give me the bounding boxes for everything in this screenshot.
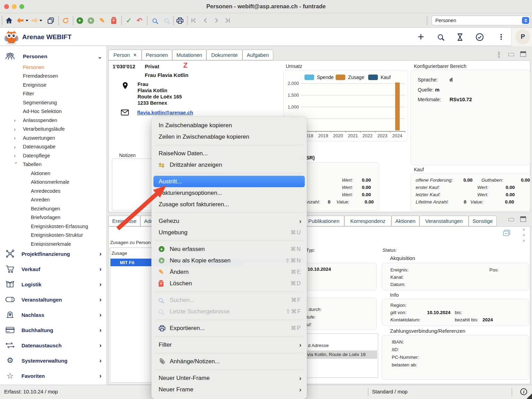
info-icon[interactable]: i [520, 388, 527, 395]
menu-separator [155, 292, 303, 292]
sidebar-item-verarbeitungslaeufe[interactable]: ›Verarbeitungsläufe [0, 125, 106, 134]
forward-button[interactable] [31, 13, 38, 28]
panel-options-icon[interactable] [498, 51, 500, 58]
sidebar-item-aktionsmerkmale[interactable]: Aktionsmerkmale [0, 178, 106, 187]
tab-personen[interactable]: Personen [142, 50, 172, 60]
next-record-button[interactable] [213, 13, 220, 28]
back-history-dropdown[interactable] [25, 13, 29, 28]
tab-mutationen[interactable]: Mutationen [172, 50, 206, 60]
tab-person[interactable]: Person × [108, 50, 142, 60]
more-options-button[interactable] [497, 28, 506, 46]
email-link[interactable]: flavia.kotlin@arenae.ch [137, 110, 193, 115]
sidebar-item-ereigniskosten-erfassung[interactable]: Ereigniskosten-Erfassung [0, 222, 106, 231]
context-select[interactable]: Personen [432, 16, 531, 25]
bottom-options-icon[interactable] [523, 228, 525, 242]
tasks-button[interactable] [475, 28, 484, 46]
bottom-panel-maximize-icon[interactable] [520, 216, 526, 222]
menu-item-anhaenge-notizen[interactable]: Anhänge/Notizen... [151, 356, 307, 367]
delete-button[interactable] [110, 13, 117, 28]
sidebar-item-ereignismerkmale[interactable]: Ereignismerkmale [0, 240, 106, 246]
menu-item-letzte-suchergebnisse[interactable]: Letzte Suchergebnisse⇧⌘F [151, 306, 307, 317]
sidebar-section-verkauf[interactable]: Verkauf› [0, 261, 106, 277]
edit-button[interactable]: ✎ [99, 13, 106, 28]
sidebar-item-anreden[interactable]: Anreden [0, 196, 106, 205]
sidebar-section-logistik[interactable]: Logistik› [0, 277, 106, 292]
last-record-button[interactable] [224, 13, 231, 28]
undo-button[interactable]: ↶ [136, 13, 143, 28]
search-person-button[interactable] [163, 13, 170, 28]
menu-item-loeschen[interactable]: Löschen⌘D [151, 278, 307, 289]
tab-publikationen[interactable]: Publikationen [303, 216, 344, 226]
add-button[interactable]: + [416, 28, 425, 46]
tab-veranstaltungen[interactable]: Veranstaltungen [419, 216, 469, 226]
back-button[interactable] [17, 13, 24, 28]
bottom-panel-minimize-icon[interactable] [508, 218, 514, 221]
tab-sonstige[interactable]: Sonstige [469, 216, 497, 226]
sidebar-item-ereignisse[interactable]: Ereignisse [0, 80, 106, 89]
sidebar-item-anlassspenden[interactable]: ›Anlassspenden [0, 116, 106, 125]
new-record-button[interactable] [76, 13, 83, 28]
panel-minimize-icon[interactable] [508, 53, 514, 56]
sidebar-item-tabellen[interactable]: ›Tabellen [0, 160, 106, 169]
chevron-down-icon[interactable]: ⌄ [98, 53, 102, 60]
menu-item-filter[interactable]: Filter› [151, 339, 307, 350]
history-button[interactable] [455, 28, 464, 46]
adresse-selected-row[interactable]: via Kotlin, Route de Loëx 16 [306, 350, 377, 359]
previous-record-button[interactable] [202, 13, 209, 28]
windows-button[interactable] [47, 13, 54, 28]
menu-item-aendern[interactable]: ✎ Ändern⌘E [151, 266, 307, 278]
sidebar-item-fremdadressen[interactable]: Fremdadressen [0, 72, 106, 81]
sidebar-section-veranstaltungen[interactable]: Veranstaltungen› [0, 292, 106, 307]
sidebar-item-datenpflege[interactable]: ›Datenpflege [0, 151, 106, 160]
new-copy-record-button[interactable] [87, 13, 94, 28]
refresh-button[interactable] [62, 13, 69, 28]
select-stepper-icon[interactable] [522, 17, 529, 24]
sidebar-section-nachlass[interactable]: Nachlass› [0, 307, 106, 322]
menu-item-suchen[interactable]: Suchen...⌘F [151, 294, 307, 306]
print-button[interactable] [176, 13, 184, 28]
tab-aktionen[interactable]: Aktionen [391, 216, 419, 226]
global-search-button[interactable] [436, 28, 445, 46]
avatar[interactable]: P [515, 29, 530, 44]
sidebar-item-adhoc-selektion[interactable]: Ad-Hoc Selektion [0, 107, 106, 116]
panel-maximize-icon[interactable] [520, 51, 526, 57]
menu-item-exportieren[interactable]: Exportieren...⌘P [151, 322, 307, 334]
sidebar-item-personen[interactable]: Personen [0, 63, 106, 72]
confirm-button[interactable]: ✓ [125, 13, 132, 28]
home-button[interactable] [5, 13, 13, 28]
tab-korrespondenz[interactable]: Korrespondenz [344, 216, 391, 226]
sidebar-item-ereigniskosten-struktur[interactable]: Ereigniskosten-Struktur [0, 231, 106, 240]
sidebar-section-favoriten[interactable]: ☆ Favoriten› [0, 368, 106, 383]
duplicate-view-icon[interactable] [503, 229, 511, 238]
sidebar-item-datenausgabe[interactable]: ›Datenausgabe [0, 142, 106, 151]
menu-item-in-zwischenablage-kopieren[interactable]: In Zwischenablage kopieren [151, 120, 307, 131]
menu-item-zeilen-in-zwischenablage-kopieren[interactable]: Zeilen in Zwischenablage kopieren [151, 131, 307, 142]
menu-item-neuer-frame[interactable]: Neuer Frame› [151, 384, 307, 395]
sidebar-section-projektfinanzierung[interactable]: Projektfinanzierung› [0, 246, 106, 261]
menu-item-drittzahler-anzeigen[interactable]: ⇆ Drittzahler anzeigen [151, 159, 307, 171]
menu-item-raisenow-daten[interactable]: RaiseNow Daten... [151, 148, 307, 159]
sidebar-item-auswertungen[interactable]: ›Auswertungen [0, 133, 106, 142]
sidebar-section-datenaustausch[interactable]: Datenaustausch› [0, 338, 106, 353]
menu-item-neu-erfassen[interactable]: Neu erfassen⌘N [151, 243, 307, 255]
forward-history-dropdown[interactable] [39, 13, 43, 28]
search-button[interactable] [151, 13, 158, 28]
tab-aufgaben[interactable]: Aufgaben [242, 50, 273, 60]
sidebar-root-personen[interactable]: Personen ⌄ [0, 50, 106, 63]
sidebar-item-aktionen[interactable]: Aktionen [0, 169, 106, 178]
menu-item-austritt[interactable]: Austritt... [153, 176, 305, 187]
first-record-button[interactable] [190, 13, 197, 28]
sidebar-item-filter[interactable]: Filter [0, 89, 106, 98]
sidebar-section-buchhaltung[interactable]: Buchhaltung› [0, 322, 106, 338]
sidebar-section-systemverwaltung[interactable]: ⚙ Systemverwaltung› [0, 353, 106, 368]
sidebar-item-segmentierung[interactable]: Segmentierung [0, 98, 106, 107]
zusagen-column-header[interactable]: Zusage [112, 251, 127, 256]
sidebar-item-beziehungen[interactable]: Beziehungen [0, 204, 106, 213]
menu-item-neu-als-kopie-erfassen[interactable]: Neu als Kopie erfassen⇧⌘N [151, 255, 307, 266]
tab-dokumente[interactable]: Dokumente [206, 50, 242, 60]
resize-corner[interactable] [526, 393, 532, 399]
menu-item-neuer-unter-frame[interactable]: Neuer Unter-Frame› [151, 372, 307, 384]
close-tab-icon[interactable]: × [133, 52, 136, 58]
sidebar-item-briefvorlagen[interactable]: Briefvorlagen [0, 213, 106, 222]
sidebar-item-anredecodes[interactable]: Anredecodes [0, 187, 106, 196]
